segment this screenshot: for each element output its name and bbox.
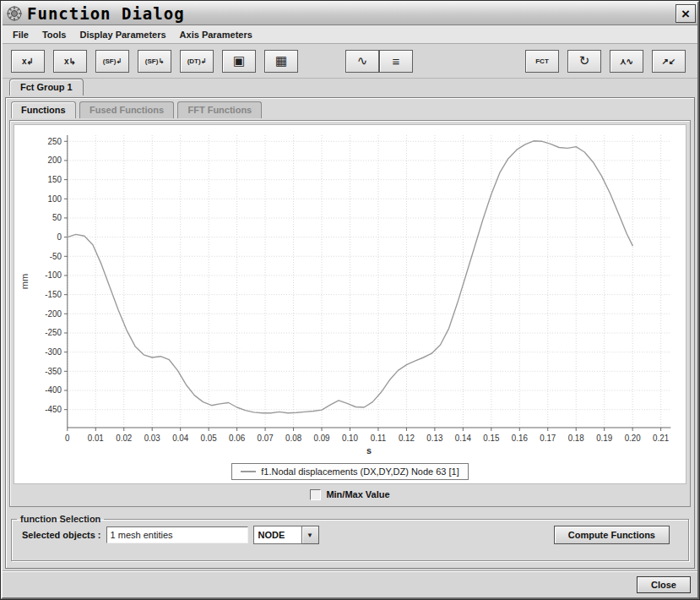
selected-objects-label: Selected objects : <box>22 530 101 540</box>
combo-arrow-button[interactable]: ▼ <box>302 526 319 544</box>
list-display-button[interactable]: ≡ <box>379 50 413 73</box>
svg-text:0.02: 0.02 <box>116 434 132 443</box>
svg-text:0.21: 0.21 <box>653 434 670 443</box>
titlebar[interactable]: Function Dialog × <box>3 3 697 25</box>
entity-type-value: NODE <box>253 526 302 544</box>
minmax-row: Min/Max Value <box>10 484 690 505</box>
svg-text:-350: -350 <box>45 367 62 376</box>
svg-text:0: 0 <box>57 232 62 242</box>
legend: f1.Nodal displacements (DX,DY,DZ) Node 6… <box>231 463 469 480</box>
chart-svg[interactable]: 250200150100500-50-100-150-200-250-300-3… <box>14 125 686 460</box>
menu-display-parameters[interactable]: Display Parameters <box>73 27 172 42</box>
toolbar-group: ∿≡ <box>345 50 413 73</box>
group-tab-row: Fct Group 1 <box>3 79 697 97</box>
svg-text:100: 100 <box>48 194 62 204</box>
legend-row: f1.Nodal displacements (DX,DY,DZ) Node 6… <box>14 460 686 483</box>
svg-text:50: 50 <box>52 213 62 222</box>
minmax-checkbox[interactable] <box>310 489 321 500</box>
svg-text:0.04: 0.04 <box>172 434 189 443</box>
svg-text:150: 150 <box>48 175 62 184</box>
toolbar-group: FCT↻⋏∿↗↙ <box>525 50 686 73</box>
chevron-down-icon: ▼ <box>307 532 313 539</box>
svg-text:0.12: 0.12 <box>399 434 415 443</box>
compute-functions-button[interactable]: Compute Functions <box>554 526 670 544</box>
svg-text:-200: -200 <box>45 309 62 319</box>
save-sf-button[interactable]: (SF)↳ <box>138 50 171 73</box>
svg-text:0.16: 0.16 <box>512 434 529 443</box>
svg-text:-400: -400 <box>45 385 62 395</box>
curve-display-button[interactable]: ∿ <box>345 50 379 73</box>
fct-group-pane: Functions Fused Functions FFT Functions … <box>5 97 695 569</box>
rescale-button[interactable]: ↗↙ <box>652 50 686 73</box>
tab-functions[interactable]: Functions <box>11 101 76 118</box>
function-tab-row: Functions Fused Functions FFT Functions <box>6 101 694 120</box>
toolbar-group: x↲x↳(SF)↲(SF)↳(DT)↲▣▦ <box>11 50 298 73</box>
svg-text:0.18: 0.18 <box>568 434 585 443</box>
svg-text:0.17: 0.17 <box>540 434 556 443</box>
close-dialog-button[interactable]: Close <box>637 576 691 593</box>
legend-label: f1.Nodal displacements (DX,DY,DZ) Node 6… <box>261 466 459 477</box>
svg-text:0.20: 0.20 <box>625 434 642 443</box>
function-dialog-window: Function Dialog × File Tools Display Par… <box>0 0 700 600</box>
refresh-button[interactable]: ↻ <box>567 50 601 73</box>
function-selection-title: function Selection <box>17 514 104 524</box>
svg-text:0: 0 <box>65 434 70 443</box>
svg-text:0.14: 0.14 <box>455 434 472 443</box>
table-view-button[interactable]: ▦ <box>264 50 298 73</box>
peaks-button[interactable]: ⋏∿ <box>610 50 643 73</box>
snapshot-button[interactable]: ▣ <box>222 50 256 73</box>
svg-text:-300: -300 <box>45 347 62 357</box>
svg-text:0.09: 0.09 <box>313 434 330 443</box>
fct-window-button[interactable]: FCT <box>525 50 559 73</box>
close-icon: × <box>681 7 690 21</box>
menu-bar: File Tools Display Parameters Axis Param… <box>3 25 697 44</box>
load-dt-button[interactable]: (DT)↲ <box>180 50 214 73</box>
svg-text:0.10: 0.10 <box>342 434 359 443</box>
import-function-button[interactable]: x↲ <box>11 50 45 73</box>
menu-file[interactable]: File <box>6 27 35 42</box>
svg-text:0.05: 0.05 <box>201 434 218 443</box>
entity-type-combo[interactable]: NODE ▼ <box>253 526 319 544</box>
app-icon <box>6 5 23 22</box>
functions-pane: 250200150100500-50-100-150-200-250-300-3… <box>9 120 691 507</box>
function-selection-row: Selected objects : NODE ▼ Compute Functi… <box>12 524 688 549</box>
svg-text:0.11: 0.11 <box>371 434 387 443</box>
svg-text:0.08: 0.08 <box>285 434 302 443</box>
export-function-button[interactable]: x↳ <box>53 50 87 73</box>
svg-text:0.07: 0.07 <box>258 434 274 443</box>
window-title: Function Dialog <box>27 4 676 23</box>
minmax-label: Min/Max Value <box>326 489 389 499</box>
svg-text:0.13: 0.13 <box>426 434 443 443</box>
svg-text:mm: mm <box>19 274 30 289</box>
menu-axis-parameters[interactable]: Axis Parameters <box>173 27 259 42</box>
chart-panel: 250200150100500-50-100-150-200-250-300-3… <box>14 124 686 484</box>
close-button[interactable]: × <box>676 4 696 23</box>
toolbar: x↲x↳(SF)↲(SF)↳(DT)↲▣▦∿≡FCT↻⋏∿↗↙ <box>3 44 697 79</box>
legend-line-icon <box>241 471 256 472</box>
svg-text:-100: -100 <box>45 270 62 280</box>
tab-fft-functions[interactable]: FFT Functions <box>177 101 262 118</box>
svg-text:0.19: 0.19 <box>596 434 613 443</box>
load-sf-button[interactable]: (SF)↲ <box>95 50 129 73</box>
svg-text:0.03: 0.03 <box>144 434 161 443</box>
svg-text:-250: -250 <box>45 328 62 337</box>
svg-text:250: 250 <box>48 137 62 146</box>
window-frame: Function Dialog × File Tools Display Par… <box>1 1 699 599</box>
selected-objects-input[interactable] <box>106 526 248 543</box>
svg-text:s: s <box>366 445 372 455</box>
svg-text:200: 200 <box>48 155 62 165</box>
svg-text:-50: -50 <box>50 252 62 261</box>
svg-text:0.01: 0.01 <box>88 434 105 443</box>
svg-text:-150: -150 <box>45 290 62 299</box>
function-selection-group: function Selection Selected objects : NO… <box>11 514 689 561</box>
svg-text:0.15: 0.15 <box>483 434 500 443</box>
svg-text:0.06: 0.06 <box>229 434 246 443</box>
tab-fused-functions[interactable]: Fused Functions <box>79 101 174 118</box>
menu-tools[interactable]: Tools <box>35 27 73 42</box>
tab-fct-group-1[interactable]: Fct Group 1 <box>9 79 84 95</box>
svg-text:-450: -450 <box>45 405 62 414</box>
footer: Close <box>3 570 697 597</box>
